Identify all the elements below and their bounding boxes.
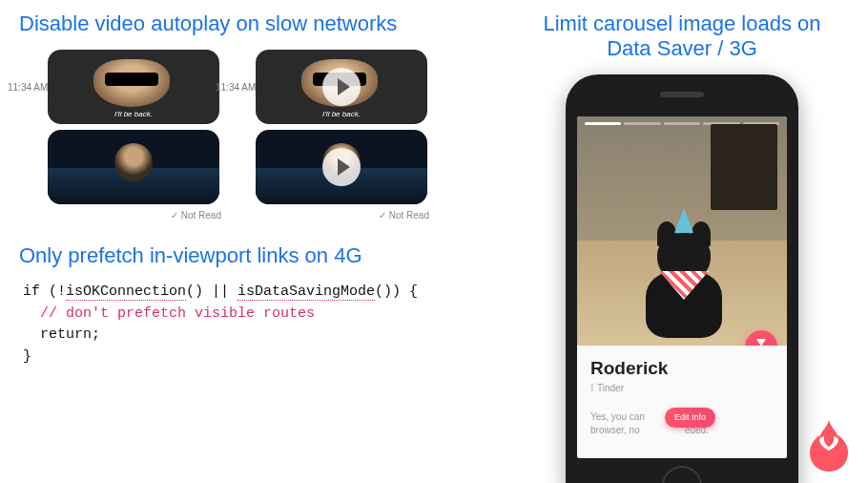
play-icon[interactable] [322,68,361,106]
play-icon[interactable] [322,148,361,186]
phone-mockup: Roderick ⟟ Tinder Yes, you can in your b… [566,74,798,483]
read-status: ✓Not Read [256,210,446,220]
video-caption: I'll be back. [256,110,427,118]
video-message-paused: I'll be back. [256,50,427,124]
party-hat-icon [674,208,693,233]
heading-autoplay: Disable video autoplay on slow networks [19,11,496,36]
home-button[interactable] [662,466,702,483]
link-icon: ⟟ [590,382,594,393]
video-caption: I'll be back. [48,110,219,118]
profile-name: Roderick [590,358,774,379]
dog-image [638,216,730,338]
check-icon: ✓ [171,210,178,220]
heading-carousel: Limit carousel image loads on Data Saver… [496,11,868,61]
chat-examples: 11:34 AM I'll be back. ✓Not Read 11:34 A… [48,50,496,220]
chat-col-autoplay: 11:34 AM I'll be back. ✓Not Read [48,50,238,220]
edit-info-button[interactable]: Edit Info [665,408,715,428]
profile-snippet: Yes, you can in your browser, no eded. E… [590,410,774,437]
video-message-paused [256,130,427,204]
chat-col-no-autoplay: 11:34 AM I'll be back. ✓Not Read [256,50,446,220]
phone-speaker [660,92,704,97]
timestamp: 11:34 AM [8,82,48,93]
timestamp: 11:34 AM [216,82,256,93]
profile-card: Roderick ⟟ Tinder Yes, you can in your b… [577,346,787,458]
read-status: ✓Not Read [48,210,238,220]
profile-photo[interactable] [577,116,787,346]
profile-source: ⟟ Tinder [590,382,774,393]
check-icon: ✓ [379,210,386,220]
heading-prefetch: Only prefetch in-viewport links on 4G [19,243,496,268]
video-message [48,130,219,204]
video-message: I'll be back. [48,50,219,124]
code-snippet: if (!isOKConnection() || isDataSavingMod… [19,282,496,368]
phone-screen: Roderick ⟟ Tinder Yes, you can in your b… [577,116,787,458]
tinder-flame-icon [807,420,851,472]
